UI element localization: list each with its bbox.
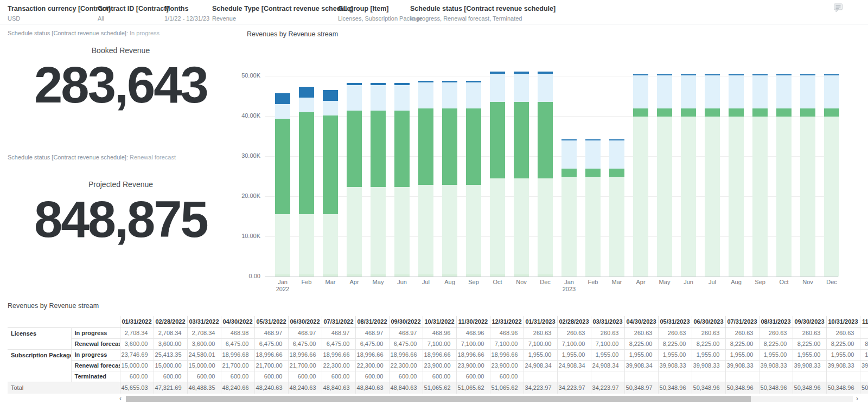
bar-segment[interactable]: [514, 178, 529, 274]
bar-sep[interactable]: [752, 74, 768, 277]
bar-segment[interactable]: [299, 87, 314, 98]
bar-oct[interactable]: [490, 72, 505, 277]
bar-segment[interactable]: [657, 117, 672, 277]
bar-segment[interactable]: [657, 108, 672, 116]
bar-aug[interactable]: [729, 74, 744, 277]
bar-aug[interactable]: [442, 81, 457, 277]
bar-segment[interactable]: [347, 274, 362, 277]
bar-segment[interactable]: [490, 178, 505, 274]
bar-segment[interactable]: [275, 214, 290, 274]
bar-segment[interactable]: [394, 274, 410, 277]
bar-segment[interactable]: [729, 117, 744, 277]
bar-segment[interactable]: [633, 108, 648, 116]
bar-dec[interactable]: [538, 72, 553, 277]
bar-apr[interactable]: [633, 74, 648, 277]
filter-months[interactable]: Months 1/1/22 - 12/31/23: [164, 5, 209, 22]
scroll-left-arrow[interactable]: ‹: [117, 395, 124, 402]
bar-segment[interactable]: [609, 177, 624, 277]
bar-segment[interactable]: [490, 274, 505, 277]
bar-segment[interactable]: [371, 274, 386, 277]
note-icon[interactable]: [833, 3, 844, 14]
bar-segment[interactable]: [776, 108, 792, 116]
bar-segment[interactable]: [442, 274, 457, 277]
bar-segment[interactable]: [490, 74, 505, 102]
bar-feb[interactable]: [299, 87, 314, 277]
bar-segment[interactable]: [752, 117, 768, 277]
filter-contract-id[interactable]: Contract ID [Contract] All: [98, 5, 169, 22]
bar-segment[interactable]: [776, 117, 792, 277]
bar-segment[interactable]: [609, 169, 624, 176]
bar-segment[interactable]: [466, 82, 481, 108]
bar-segment[interactable]: [705, 108, 720, 116]
bar-jan-2022[interactable]: [275, 93, 290, 277]
bar-mar[interactable]: [323, 90, 338, 277]
bar-segment[interactable]: [561, 140, 577, 169]
bar-segment[interactable]: [633, 75, 648, 108]
bar-segment[interactable]: [394, 187, 410, 274]
bar-segment[interactable]: [824, 75, 839, 108]
bar-segment[interactable]: [275, 104, 290, 119]
bar-segment[interactable]: [371, 187, 386, 274]
bar-segment[interactable]: [347, 85, 362, 111]
bar-segment[interactable]: [394, 85, 410, 111]
bar-segment[interactable]: [514, 102, 529, 178]
bar-jul[interactable]: [418, 81, 433, 277]
bar-segment[interactable]: [681, 117, 696, 277]
bar-segment[interactable]: [442, 108, 457, 185]
bar-segment[interactable]: [800, 75, 815, 108]
bar-segment[interactable]: [299, 98, 314, 112]
bar-segment[interactable]: [800, 108, 815, 116]
bar-segment[interactable]: [705, 75, 720, 108]
bar-segment[interactable]: [538, 102, 553, 178]
bar-segment[interactable]: [824, 108, 839, 116]
bar-segment[interactable]: [418, 82, 433, 108]
filter-schedule-type[interactable]: Schedule Type [Contract revenue schedule…: [212, 5, 353, 22]
scrollbar-track[interactable]: [126, 396, 853, 402]
bar-segment[interactable]: [681, 108, 696, 116]
bar-segment[interactable]: [538, 178, 553, 274]
bar-segment[interactable]: [442, 185, 457, 274]
bar-apr[interactable]: [347, 83, 362, 277]
bar-segment[interactable]: [442, 82, 457, 108]
bar-jul[interactable]: [705, 74, 720, 277]
bar-segment[interactable]: [729, 75, 744, 108]
bar-jan-2023[interactable]: [561, 139, 577, 277]
bar-segment[interactable]: [609, 140, 624, 169]
bar-jun[interactable]: [394, 83, 410, 277]
bar-segment[interactable]: [466, 185, 481, 274]
bar-jun[interactable]: [681, 74, 696, 277]
bar-segment[interactable]: [776, 75, 792, 108]
bar-dec[interactable]: [824, 74, 839, 277]
bar-nov[interactable]: [800, 74, 815, 277]
bar-may[interactable]: [371, 83, 386, 277]
bar-may[interactable]: [657, 74, 672, 277]
bar-segment[interactable]: [752, 108, 768, 116]
bar-mar[interactable]: [609, 139, 624, 277]
filter-schedule-status[interactable]: Schedule status [Contract revenue schedu…: [410, 5, 556, 22]
bar-segment[interactable]: [394, 111, 410, 187]
bar-segment[interactable]: [323, 115, 338, 214]
bar-segment[interactable]: [299, 214, 314, 274]
scrollbar-thumb[interactable]: [126, 396, 751, 402]
bar-segment[interactable]: [538, 274, 553, 277]
bar-segment[interactable]: [418, 185, 433, 274]
bar-segment[interactable]: [323, 90, 338, 101]
bar-segment[interactable]: [561, 177, 577, 277]
bar-segment[interactable]: [466, 108, 481, 185]
bar-segment[interactable]: [418, 274, 433, 277]
bar-segment[interactable]: [585, 169, 601, 176]
bar-segment[interactable]: [681, 75, 696, 108]
bar-segment[interactable]: [371, 85, 386, 111]
bar-segment[interactable]: [299, 112, 314, 214]
bar-segment[interactable]: [275, 119, 290, 214]
bar-segment[interactable]: [490, 102, 505, 178]
bar-feb[interactable]: [585, 139, 601, 277]
bar-segment[interactable]: [275, 93, 290, 104]
bar-segment[interactable]: [514, 74, 529, 102]
bar-segment[interactable]: [275, 274, 290, 277]
bar-segment[interactable]: [752, 75, 768, 108]
bar-segment[interactable]: [299, 274, 314, 277]
bar-segment[interactable]: [561, 169, 577, 176]
filter-transaction-currency[interactable]: Transaction currency [Contract] USD: [8, 5, 111, 22]
bar-oct[interactable]: [776, 74, 792, 277]
